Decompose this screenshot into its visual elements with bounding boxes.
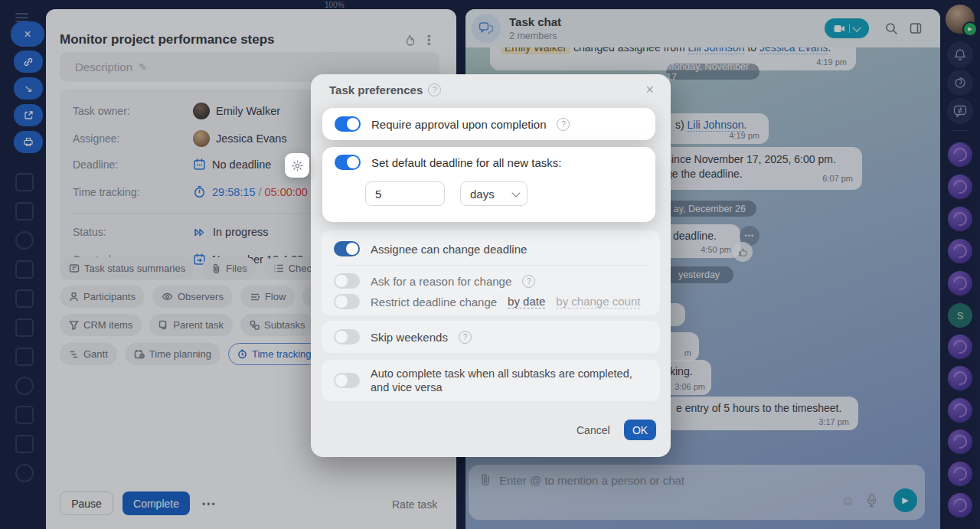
restrict-by-date-link[interactable]: by date	[508, 295, 545, 309]
chevron-down-icon	[511, 188, 520, 197]
restrict-by-count-link[interactable]: by change count	[556, 295, 640, 309]
modal-title: Task preferences	[329, 83, 423, 96]
reason-toggle[interactable]	[334, 273, 360, 289]
deadline-days-input[interactable]	[365, 181, 445, 206]
help-icon[interactable]: ?	[428, 83, 441, 96]
auto-complete-toggle[interactable]	[334, 373, 360, 388]
app-window: 100% × ↘ Monitor project performance ste…	[0, 0, 980, 529]
default-deadline-row: Set default deadline for all new tasks: …	[322, 147, 655, 222]
skip-weekends-section: Skip weekends ?	[322, 321, 660, 353]
deadline-unit-select[interactable]: days	[460, 181, 528, 206]
gear-icon	[291, 159, 304, 172]
assignee-change-toggle[interactable]	[334, 241, 360, 256]
divider	[334, 265, 648, 266]
cancel-button[interactable]: Cancel	[577, 424, 610, 436]
default-deadline-toggle[interactable]	[335, 155, 361, 170]
require-approval-toggle[interactable]	[335, 116, 361, 132]
ok-button[interactable]: OK	[624, 420, 656, 440]
auto-complete-section: Auto complete task when all subtasks are…	[322, 360, 660, 401]
modal-close-icon[interactable]: ×	[645, 82, 654, 98]
help-icon[interactable]: ?	[522, 275, 535, 288]
skip-weekends-toggle[interactable]	[334, 329, 360, 345]
deadline-change-section: Assignee can change deadline Ask for a r…	[322, 230, 660, 315]
help-icon[interactable]: ?	[459, 331, 472, 344]
help-icon[interactable]: ?	[557, 118, 570, 131]
require-approval-row: Require approval upon completion ?	[322, 108, 655, 140]
restrict-toggle[interactable]	[334, 294, 360, 309]
deadline-settings-gear-button[interactable]	[285, 153, 309, 178]
